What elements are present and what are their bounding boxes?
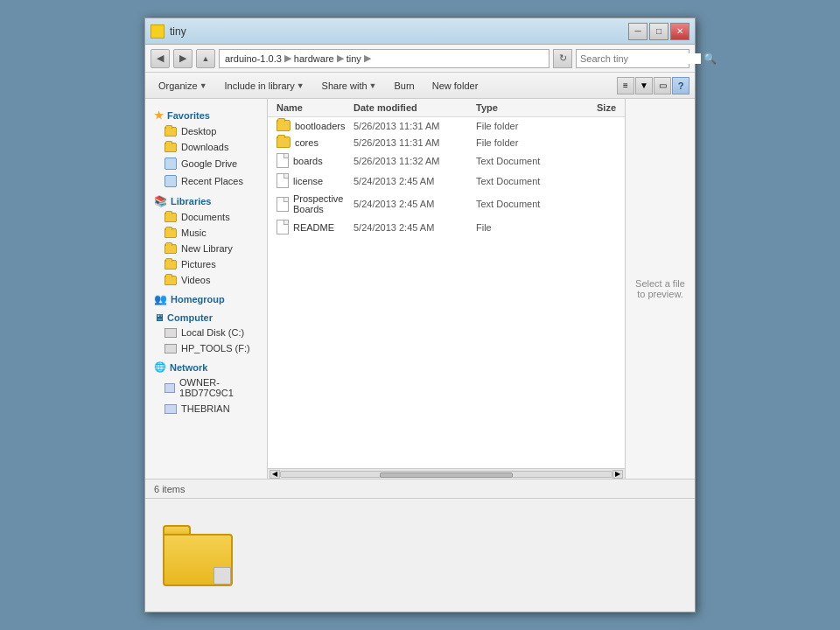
google-drive-icon xyxy=(164,158,177,170)
scrollbar-thumb[interactable] xyxy=(380,472,512,478)
local-disk-icon xyxy=(164,328,177,338)
minimize-button[interactable]: ─ xyxy=(628,23,648,40)
sidebar-item-google-drive[interactable]: Google Drive xyxy=(145,155,267,172)
address-breadcrumb[interactable]: arduino-1.0.3 ▶ hardware ▶ tiny ▶ xyxy=(219,49,550,68)
file-type: Text Document xyxy=(476,156,564,166)
back-button[interactable]: ◀ xyxy=(150,49,170,68)
file-date: 5/24/2013 2:45 AM xyxy=(354,222,476,233)
sidebar-item-music[interactable]: Music xyxy=(145,225,267,241)
sidebar-item-downloads[interactable]: Downloads xyxy=(145,139,267,155)
preview-pane-button[interactable]: ▭ xyxy=(654,77,671,94)
scroll-left-button[interactable]: ◀ xyxy=(270,470,280,479)
toolbar: Organize ▼ Include in library ▼ Share wi… xyxy=(145,73,695,99)
new-library-icon xyxy=(164,244,177,254)
scroll-right-button[interactable]: ▶ xyxy=(612,470,623,479)
sidebar-item-recent-places[interactable]: Recent Places xyxy=(145,172,267,190)
organize-button[interactable]: Organize ▼ xyxy=(150,75,215,96)
share-with-arrow-icon: ▼ xyxy=(369,81,377,90)
view-dropdown-button[interactable]: ▼ xyxy=(635,77,653,94)
sidebar-computer-section[interactable]: 🖥 Computer xyxy=(145,307,267,325)
help-button[interactable]: ? xyxy=(672,77,690,94)
refresh-button[interactable]: ↻ xyxy=(553,49,572,68)
new-folder-button[interactable]: New folder xyxy=(424,75,486,96)
window-icon xyxy=(150,24,164,38)
sidebar-item-pictures[interactable]: Pictures xyxy=(145,256,267,272)
col-type-header[interactable]: Type xyxy=(476,102,564,113)
window-title: tiny xyxy=(170,25,186,38)
pictures-icon xyxy=(164,260,177,270)
breadcrumb-part1[interactable]: arduino-1.0.3 xyxy=(225,53,282,64)
horizontal-scrollbar[interactable]: ◀ ▶ xyxy=(268,468,625,479)
folder-body xyxy=(163,534,233,586)
bottom-panel xyxy=(145,498,695,612)
file-type: File folder xyxy=(476,121,564,131)
file-row-readme[interactable]: README 5/24/2013 2:45 AM File xyxy=(268,217,625,237)
file-row-license[interactable]: license 5/24/2013 2:45 AM Text Document xyxy=(268,171,625,191)
scrollbar-track[interactable] xyxy=(280,471,612,478)
col-size-header[interactable]: Size xyxy=(564,102,616,113)
search-bar[interactable]: 🔍 xyxy=(576,49,690,68)
sidebar-homegroup-section[interactable]: 👥 Homegroup xyxy=(145,288,267,307)
view-buttons: ≡ ▼ ▭ ? xyxy=(617,77,690,94)
col-date-header[interactable]: Date modified xyxy=(354,102,476,113)
prospective-boards-doc-icon xyxy=(276,197,289,212)
file-name: cores xyxy=(295,137,318,148)
file-header: Name Date modified Type Size xyxy=(268,99,625,117)
maximize-button[interactable]: □ xyxy=(649,23,668,40)
boards-doc-icon xyxy=(276,153,289,168)
file-date: 5/26/2013 11:31 AM xyxy=(354,137,476,148)
file-list: bootloaders 5/26/2013 11:31 AM File fold… xyxy=(268,117,625,468)
sidebar-item-new-library[interactable]: New Library xyxy=(145,241,267,256)
items-count: 6 items xyxy=(154,484,185,494)
file-area: Name Date modified Type Size bootloaders… xyxy=(268,99,625,479)
sidebar-libraries-section[interactable]: 📚 Libraries xyxy=(145,190,267,209)
sidebar-item-videos[interactable]: Videos xyxy=(145,272,267,288)
music-icon xyxy=(164,228,177,238)
breadcrumb-sep3: ▶ xyxy=(364,52,371,64)
sidebar-item-local-disk[interactable]: Local Disk (C:) xyxy=(145,325,267,340)
breadcrumb-part2[interactable]: hardware xyxy=(294,53,334,64)
view-details-button[interactable]: ≡ xyxy=(617,77,634,94)
computer-icon: 🖥 xyxy=(154,312,164,323)
file-name: README xyxy=(293,222,334,233)
sidebar-item-desktop[interactable]: Desktop xyxy=(145,123,267,139)
title-bar-buttons: ─ □ ✕ xyxy=(628,23,690,40)
homegroup-icon: 👥 xyxy=(154,293,167,305)
search-icon[interactable]: 🔍 xyxy=(704,52,717,65)
sidebar-item-hp-tools[interactable]: HP_TOOLS (F:) xyxy=(145,340,267,356)
up-button[interactable]: ▲ xyxy=(196,49,215,68)
close-button[interactable]: ✕ xyxy=(670,23,690,40)
videos-icon xyxy=(164,276,177,285)
col-name-header[interactable]: Name xyxy=(276,102,354,113)
sidebar-item-documents[interactable]: Documents xyxy=(145,209,267,225)
bootloaders-folder-icon xyxy=(276,120,290,131)
sidebar: ★ Favorites Desktop Downloads Google Dri… xyxy=(145,99,268,479)
address-bar: ◀ ▶ ▲ arduino-1.0.3 ▶ hardware ▶ tiny ▶ … xyxy=(145,45,695,73)
sidebar-network-section[interactable]: 🌐 Network xyxy=(145,356,267,374)
title-bar-left: tiny xyxy=(150,24,186,38)
sidebar-item-thebrian[interactable]: THEBRIAN xyxy=(145,401,267,416)
file-row-bootloaders[interactable]: bootloaders 5/26/2013 11:31 AM File fold… xyxy=(268,117,625,134)
file-row-cores[interactable]: cores 5/26/2013 11:31 AM File folder xyxy=(268,134,625,150)
preview-text: Select a file to preview. xyxy=(633,278,688,299)
share-with-button[interactable]: Share with ▼ xyxy=(314,75,385,96)
documents-icon xyxy=(164,213,177,222)
license-doc-icon xyxy=(276,173,289,188)
cores-folder-icon xyxy=(276,136,290,148)
folder-overlay xyxy=(214,567,231,584)
search-input[interactable] xyxy=(580,53,701,64)
breadcrumb-part3[interactable]: tiny xyxy=(346,53,361,64)
forward-button[interactable]: ▶ xyxy=(173,49,192,68)
readme-doc-icon xyxy=(276,220,289,234)
sidebar-item-owner[interactable]: OWNER-1BD77C9C1 xyxy=(145,374,267,401)
sidebar-favorites-section[interactable]: ★ Favorites xyxy=(145,104,267,123)
file-row-boards[interactable]: boards 5/26/2013 11:32 AM Text Document xyxy=(268,150,625,171)
include-library-button[interactable]: Include in library ▼ xyxy=(217,75,312,96)
downloads-folder-icon xyxy=(164,143,177,152)
file-type: Text Document xyxy=(476,199,564,209)
file-date: 5/24/2013 2:45 AM xyxy=(354,199,476,209)
burn-button[interactable]: Burn xyxy=(386,75,422,96)
file-row-prospective-boards[interactable]: Prospective Boards 5/24/2013 2:45 AM Tex… xyxy=(268,191,625,217)
include-library-arrow-icon: ▼ xyxy=(297,81,304,90)
file-type: File xyxy=(476,222,564,233)
